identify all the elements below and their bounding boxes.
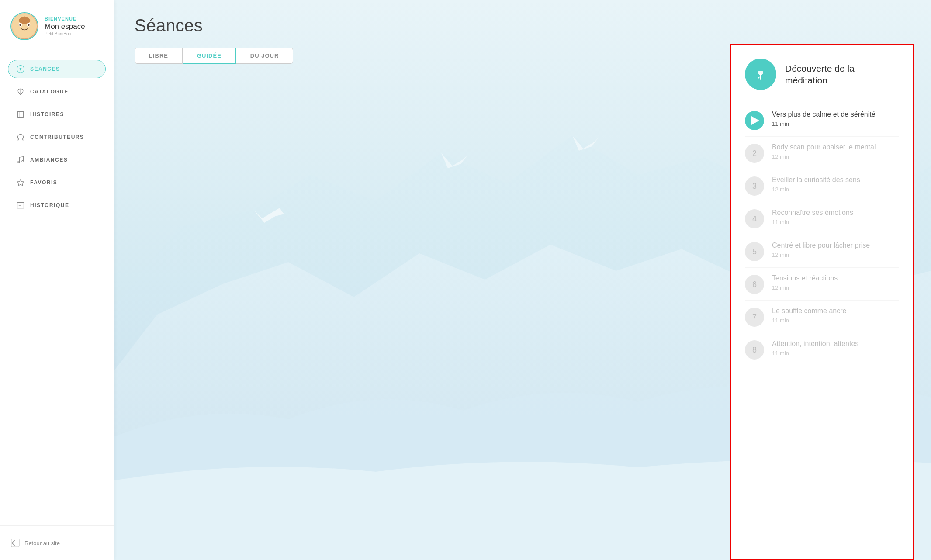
play-icon — [751, 116, 759, 125]
session-item-3[interactable]: 3 Eveiller la curiosité des sens 12 min — [745, 169, 899, 202]
sidebar-item-ambiances-label: AMBIANCES — [30, 157, 68, 163]
svg-rect-7 — [17, 111, 23, 117]
sidebar: BIENVENUE Mon espace Petit BamBou SÉANCE… — [0, 0, 114, 560]
sidebar-item-seances[interactable]: SÉANCES — [8, 60, 106, 78]
sidebar-item-favoris-label: FAVORIS — [30, 180, 57, 186]
session-info-2: Body scan pour apaiser le mental 12 min — [772, 143, 899, 160]
leaf-icon — [16, 87, 25, 96]
session-duration-7: 11 min — [772, 317, 899, 324]
session-item-4[interactable]: 4 Reconnaître ses émotions 11 min — [745, 202, 899, 235]
session-circle-7: 7 — [745, 308, 764, 327]
app-name-label: Petit BamBou — [45, 31, 85, 36]
course-icon-circle — [745, 59, 776, 90]
svg-rect-14 — [17, 202, 24, 208]
retour-button[interactable]: Retour au site — [10, 535, 103, 551]
session-info-5: Centré et libre pour lâcher prise 12 min — [772, 241, 899, 258]
star-icon — [16, 178, 25, 187]
course-header: Découverte de la méditation — [745, 59, 899, 90]
session-duration-6: 12 min — [772, 284, 899, 291]
sidebar-item-histoires[interactable]: HISTOIRES — [8, 105, 106, 124]
svg-rect-9 — [17, 138, 19, 140]
session-item-5[interactable]: 5 Centré et libre pour lâcher prise 12 m… — [745, 235, 899, 268]
main-content: Séances LIBRE GUIDÉE DU JOUR Découverte … — [114, 0, 931, 560]
session-info-7: Le souffle comme ancre 11 min — [772, 307, 899, 324]
session-name-5: Centré et libre pour lâcher prise — [772, 241, 899, 250]
session-info-1: Vers plus de calme et de sérénité 11 min — [772, 110, 899, 127]
session-item-1[interactable]: Vers plus de calme et de sérénité 11 min — [745, 104, 899, 137]
svg-rect-10 — [22, 138, 24, 140]
sidebar-item-catalogue-label: CATALOGUE — [30, 89, 69, 95]
svg-point-12 — [22, 160, 24, 162]
sidebar-footer: Retour au site — [0, 525, 114, 560]
session-name-2: Body scan pour apaiser le mental — [772, 143, 899, 152]
sidebar-item-favoris[interactable]: FAVORIS — [8, 173, 106, 192]
sidebar-item-historique[interactable]: HISTORIQUE — [8, 196, 106, 214]
session-duration-2: 12 min — [772, 153, 899, 160]
session-duration-1: 11 min — [772, 121, 899, 127]
session-duration-5: 12 min — [772, 252, 899, 258]
sidebar-nav: SÉANCES CATALOGUE HISTOIRES C — [0, 49, 114, 525]
session-item-7[interactable]: 7 Le souffle comme ancre 11 min — [745, 301, 899, 333]
music-icon — [16, 156, 25, 164]
session-info-6: Tensions et réactions 12 min — [772, 274, 899, 291]
svg-point-3 — [19, 24, 21, 26]
svg-point-11 — [18, 161, 20, 163]
user-name: Mon espace — [45, 22, 85, 31]
course-title: Découverte de la méditation — [785, 62, 899, 86]
session-list: Vers plus de calme et de sérénité 11 min… — [745, 104, 899, 366]
history-icon — [16, 201, 25, 210]
sidebar-item-contributeurs-label: CONTRIBUTEURS — [30, 134, 84, 140]
retour-icon — [10, 538, 20, 548]
session-duration-4: 11 min — [772, 219, 899, 225]
session-name-4: Reconnaître ses émotions — [772, 208, 899, 218]
course-icon — [752, 66, 769, 83]
bienvenue-label: BIENVENUE — [45, 16, 85, 21]
session-circle-3: 3 — [745, 176, 764, 196]
tab-guidee[interactable]: GUIDÉE — [183, 48, 236, 64]
page-title: Séances — [135, 16, 910, 35]
svg-point-4 — [28, 24, 30, 26]
session-info-8: Attention, intention, attentes 11 min — [772, 339, 899, 356]
sidebar-header: BIENVENUE Mon espace Petit BamBou — [0, 0, 114, 49]
session-item-8[interactable]: 8 Attention, intention, attentes 11 min — [745, 333, 899, 366]
avatar-svg — [11, 12, 38, 40]
avatar-image — [11, 13, 38, 39]
session-item-6[interactable]: 6 Tensions et réactions 12 min — [745, 268, 899, 301]
session-circle-6: 6 — [745, 275, 764, 294]
session-circle-1 — [745, 111, 764, 130]
session-info-3: Eveiller la curiosité des sens 12 min — [772, 176, 899, 193]
session-name-6: Tensions et réactions — [772, 274, 899, 283]
session-circle-8: 8 — [745, 340, 764, 360]
session-circle-4: 4 — [745, 209, 764, 228]
session-item-2[interactable]: 2 Body scan pour apaiser le mental 12 mi… — [745, 137, 899, 169]
sidebar-item-histoires-label: HISTOIRES — [30, 111, 64, 118]
session-name-8: Attention, intention, attentes — [772, 339, 899, 349]
user-info: BIENVENUE Mon espace Petit BamBou — [45, 16, 85, 36]
tab-libre[interactable]: LIBRE — [135, 48, 183, 64]
session-duration-8: 11 min — [772, 350, 899, 356]
headphone-icon — [16, 133, 25, 142]
session-info-4: Reconnaître ses émotions 11 min — [772, 208, 899, 225]
tab-du-jour[interactable]: DU JOUR — [236, 48, 294, 64]
sidebar-item-historique-label: HISTORIQUE — [30, 202, 69, 208]
session-name-1: Vers plus de calme et de sérénité — [772, 110, 899, 119]
retour-label: Retour au site — [24, 540, 60, 546]
avatar — [10, 12, 38, 40]
sidebar-item-seances-label: SÉANCES — [30, 66, 60, 72]
sidebar-item-catalogue[interactable]: CATALOGUE — [8, 83, 106, 101]
session-name-3: Eveiller la curiosité des sens — [772, 176, 899, 185]
lotus-icon — [16, 65, 25, 73]
session-circle-5: 5 — [745, 242, 764, 261]
sidebar-item-contributeurs[interactable]: CONTRIBUTEURS — [8, 128, 106, 146]
book-icon — [16, 110, 25, 119]
svg-marker-13 — [17, 180, 24, 186]
session-name-7: Le souffle comme ancre — [772, 307, 899, 316]
sidebar-item-ambiances[interactable]: AMBIANCES — [8, 151, 106, 169]
session-duration-3: 12 min — [772, 186, 899, 193]
session-circle-2: 2 — [745, 144, 764, 163]
course-panel: Découverte de la méditation Vers plus de… — [730, 44, 914, 560]
